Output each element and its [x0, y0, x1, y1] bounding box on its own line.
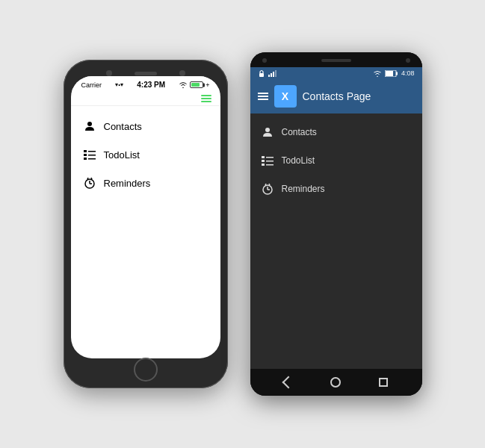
android-time: 4:08	[401, 69, 415, 77]
svg-rect-13	[268, 75, 270, 77]
back-button[interactable]	[282, 376, 294, 389]
ios-menu-item-contacts[interactable]: Contacts	[71, 112, 220, 140]
svg-rect-21	[262, 156, 265, 158]
svg-rect-19	[396, 72, 398, 75]
svg-rect-18	[386, 71, 393, 76]
hamburger-icon[interactable]	[201, 95, 211, 102]
lock-icon	[258, 69, 265, 77]
android-status-bar: 4:08	[250, 67, 422, 79]
android-person-icon	[261, 125, 274, 139]
svg-rect-12	[259, 73, 264, 77]
home-button[interactable]	[330, 377, 341, 388]
ios-menu-list: Contacts TodoList	[71, 106, 220, 358]
android-battery-icon	[385, 70, 398, 77]
ios-camera-front	[179, 70, 185, 76]
ios-time: 4:23 PM	[137, 81, 165, 89]
ios-top-notch	[71, 67, 220, 76]
android-reminders-label: Reminders	[282, 184, 325, 194]
svg-rect-6	[88, 158, 96, 160]
android-toolbar-title: Contacts Page	[303, 90, 415, 102]
ios-contacts-label: Contacts	[104, 121, 142, 132]
android-menu-item-contacts[interactable]: Contacts	[250, 118, 422, 146]
ios-reminders-label: Reminders	[104, 178, 151, 189]
ios-battery-tip	[203, 83, 205, 87]
android-todolist-label: TodoList	[282, 155, 315, 166]
android-status-left	[258, 69, 277, 77]
svg-rect-14	[271, 73, 272, 77]
svg-rect-23	[262, 160, 265, 162]
svg-rect-5	[84, 158, 87, 160]
ios-carrier: Carrier	[81, 81, 102, 89]
android-clock-icon	[261, 182, 274, 196]
ios-battery-icon	[190, 81, 203, 88]
android-hamburger-icon[interactable]	[258, 93, 268, 100]
ios-menu-item-reminders[interactable]: Reminders	[71, 169, 220, 197]
svg-rect-2	[88, 151, 96, 152]
android-camera-row	[259, 57, 413, 64]
android-top-bar	[250, 52, 422, 67]
android-menu-list: Contacts TodoList	[250, 113, 422, 208]
ios-battery-area: +	[179, 81, 209, 89]
clock-icon	[83, 176, 96, 190]
android-app-icon: X	[274, 85, 297, 108]
ios-home-indicator	[71, 358, 220, 381]
recent-button[interactable]	[379, 378, 388, 387]
svg-rect-15	[273, 72, 274, 77]
svg-line-31	[269, 184, 270, 185]
android-camera-left	[262, 58, 267, 63]
android-toolbar: X Contacts Page	[250, 79, 422, 113]
android-content: Contacts TodoList	[250, 113, 422, 369]
android-status-right: 4:08	[373, 69, 415, 77]
list-icon	[83, 148, 96, 161]
svg-rect-4	[88, 155, 96, 156]
ios-home-button[interactable]	[134, 358, 158, 382]
ios-nav-bar	[71, 92, 220, 106]
signal-icon	[268, 70, 277, 77]
wifi-icon	[179, 81, 188, 88]
ios-camera	[106, 70, 112, 76]
ios-todolist-label: TodoList	[104, 149, 140, 161]
ios-status-bar: Carrier ▾•▾ 4:23 PM +	[71, 76, 220, 92]
android-menu-item-todolist[interactable]: TodoList	[250, 146, 422, 175]
svg-rect-25	[262, 164, 265, 166]
android-app-icon-letter: X	[282, 90, 288, 102]
android-list-icon	[261, 154, 274, 167]
android-menu-item-reminders[interactable]: Reminders	[250, 175, 422, 203]
svg-rect-26	[266, 164, 274, 166]
ios-battery-label: +	[206, 81, 209, 89]
svg-rect-3	[84, 154, 87, 156]
svg-rect-16	[275, 70, 277, 77]
svg-line-11	[91, 178, 92, 179]
svg-rect-22	[266, 157, 274, 158]
svg-rect-1	[84, 150, 87, 152]
ios-phone: Carrier ▾•▾ 4:23 PM +	[64, 60, 228, 388]
ios-battery-fill	[191, 83, 200, 87]
android-phone: 4:08 X Contacts Page Contacts	[250, 52, 422, 396]
person-icon	[83, 119, 96, 133]
ios-menu-item-todolist[interactable]: TodoList	[71, 140, 220, 169]
android-contacts-label: Contacts	[282, 127, 317, 137]
ios-speaker	[135, 72, 157, 75]
android-wifi-icon	[373, 70, 382, 77]
svg-point-0	[87, 122, 92, 126]
android-front-camera	[406, 58, 410, 63]
svg-point-20	[265, 128, 270, 132]
svg-line-10	[87, 178, 88, 179]
svg-rect-24	[266, 161, 274, 162]
android-speaker	[321, 59, 351, 62]
android-nav-bar	[250, 369, 422, 396]
svg-line-30	[265, 184, 266, 185]
